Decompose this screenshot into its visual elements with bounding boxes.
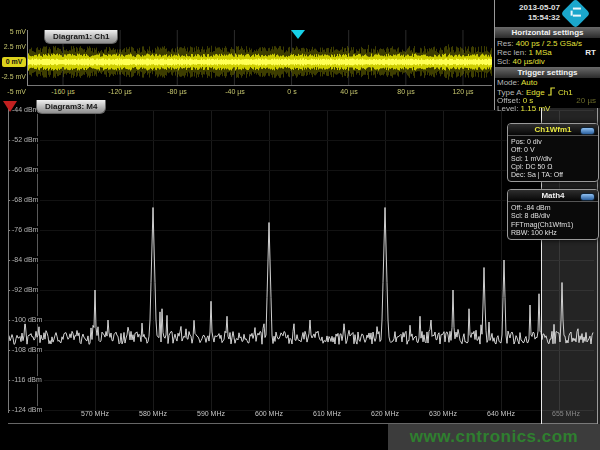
diagram3-x-tick: 570 MHz [81,410,109,418]
diagram1-y-tick: 2.5 mV [0,43,26,51]
rising-edge-icon [547,87,556,96]
date-text: 2013-05-07 [486,3,560,13]
diagram1-x-tick: -160 µs [51,88,75,96]
diagram1-x-tick: 40 µs [340,88,357,96]
rohde-schwarz-logo-icon [561,0,591,28]
diagram1-x-tick: -80 µs [167,88,187,96]
diagram3-x-tick: 610 MHz [313,410,341,418]
horizontal-settings-header[interactable]: Horizontal settings [495,27,600,39]
minimize-button[interactable] [580,193,595,201]
math-fft-line: FFTmag(Ch1Wfm1) [511,221,595,229]
diagram3-y-tick: -60 dBm [10,166,40,174]
diagram1-y-axis [27,30,28,86]
diagram3-y-tick: -108 dBm [10,346,44,354]
math-scl-line: Scl: 8 dB/div [511,212,595,220]
diagram3-x-tick: 640 MHz [487,410,515,418]
diagram3-y-tick: -76 dBm [10,226,40,234]
watermark-bar: www.cntronics.com [388,424,600,450]
math-off-line: Off: -84 dBm [511,204,595,212]
diagram3-x-tick: 620 MHz [371,410,399,418]
diagram1-x-tick: 0 s [287,88,296,96]
math4-panel-title: Math4 [541,191,564,200]
ch1-scl-line: Scl: 1 mV/div [511,155,595,163]
diagram3-y-tick: -92 dBm [10,286,40,294]
ch1-off-line: Off: 0 V [511,146,595,154]
scl-row[interactable]: Scl: 40 µs/div [497,57,598,67]
diagram3-y-axis [8,108,9,413]
ch1-pos-line: Pos: 0 div [511,138,595,146]
reference-marker[interactable] [3,101,17,112]
math-rbw-line: RBW: 100 kHz [511,229,595,237]
datetime-display: 2013-05-07 15:54:32 [486,3,560,23]
diagram1-x-tick: 120 µs [452,88,473,96]
diagram3-x-tick: 630 MHz [429,410,457,418]
ch1-offset-marker[interactable]: 0 mV [2,57,26,67]
diagram1-x-tick: -120 µs [108,88,132,96]
ch1-cpl-line: Cpl: DC 50 Ω [511,163,595,171]
diagram3-y-tick: -68 dBm [10,196,40,204]
diagram3-y-tick: -124 dBm [10,406,44,414]
math4-panel[interactable]: Math4 Off: -84 dBm Scl: 8 dB/div FFTmag(… [507,189,599,240]
ch1wfm1-panel[interactable]: Ch1Wfm1 Pos: 0 div Off: 0 V Scl: 1 mV/di… [507,123,599,182]
diagram3-y-tick: -100 dBm [10,316,44,324]
diagram3-y-tick: -84 dBm [10,256,40,264]
diagram3-y-tick: -116 dBm [10,376,44,384]
diagram1-y-tick: -5 mV [0,88,26,96]
diagram3-y-tick: -52 dBm [10,136,40,144]
diagram1-x-tick: 80 µs [397,88,414,96]
oscilloscope-screen: Diagram1: Ch1 5 mV 2.5 mV 0 mV -2.5 mV -… [0,0,600,450]
diagram1-x-tick: -40 µs [225,88,245,96]
diagram3-x-tick: 590 MHz [197,410,225,418]
tab-diagram3-m4[interactable]: Diagram3: M4 [36,100,106,114]
watermark-text: www.cntronics.com [410,427,578,447]
diagram3-x-tick: 580 MHz [139,410,167,418]
tab-diagram1-ch1[interactable]: Diagram1: Ch1 [44,30,118,44]
trigger-position-marker[interactable] [291,30,305,39]
diagram3-x-tick-edge: 655 MHz [552,410,580,418]
diagram3-x-tick: 600 MHz [255,410,283,418]
diagram1-y-tick: 5 mV [0,28,26,36]
diagram1-y-tick: -2.5 mV [0,73,26,81]
time-text: 15:54:32 [486,13,560,23]
ch1-dec-line: Dec: Sa | TA: Off [511,171,595,179]
ch1wfm1-panel-title: Ch1Wfm1 [535,125,572,134]
minimize-button[interactable] [580,127,595,135]
